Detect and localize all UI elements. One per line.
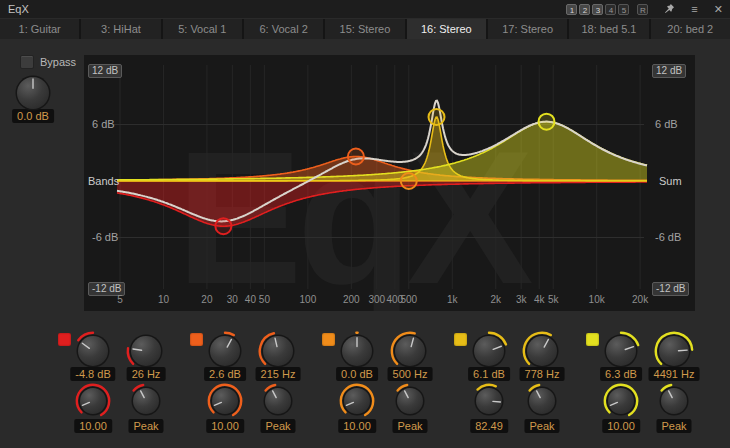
band-3-type-knob[interactable]	[391, 382, 429, 420]
eq-curves-svg: EqX	[84, 55, 695, 311]
left-db-label--6dB: -6 dB	[92, 231, 118, 244]
freq-tick-100: 100	[291, 294, 325, 305]
left-db-label-12dB[interactable]: 12 dB	[88, 64, 122, 78]
tab-1-guitar[interactable]: 1: Guitar	[0, 19, 79, 39]
band-2-freq-value[interactable]: 215 Hz	[256, 367, 301, 381]
band-4-controls: 6.1 dB778 Hz82.49Peak	[454, 330, 580, 436]
band-5-controls: 6.3 dB4491 Hz10.00Peak	[586, 330, 712, 436]
band-4-q-value[interactable]: 82.49	[470, 419, 508, 433]
memory-button-4[interactable]: 4	[605, 4, 616, 15]
left-db-label-Bands: Bands	[88, 175, 119, 188]
channel-tab-bar: 1: Guitar3: HiHat5: Vocal 16: Vocal 215:…	[0, 19, 730, 39]
band-5-freq-value[interactable]: 4491 Hz	[649, 367, 700, 381]
band-5-gain-knob[interactable]	[600, 330, 642, 372]
tab-17-stereo[interactable]: 17: Stereo	[488, 19, 567, 39]
band-3-type-value[interactable]: Peak	[392, 419, 427, 433]
band-5-color-swatch[interactable]	[586, 333, 599, 346]
band-5-q-value[interactable]: 10.00	[602, 419, 640, 433]
freq-tick-20k: 20k	[623, 294, 657, 305]
band-3-freq-value[interactable]: 500 Hz	[388, 367, 433, 381]
bypass-label: Bypass	[40, 56, 76, 68]
band-2-q-value[interactable]: 10.00	[206, 419, 244, 433]
freq-tick-10k: 10k	[580, 294, 614, 305]
band-3-q-value[interactable]: 10.00	[338, 419, 376, 433]
band-2-type-knob[interactable]	[259, 382, 297, 420]
pin-icon[interactable]	[664, 3, 675, 16]
right-db-label--6dB: -6 dB	[655, 231, 681, 244]
titlebar: EqX 12345 R ≡ ✕	[0, 0, 730, 18]
close-icon[interactable]: ✕	[714, 4, 723, 15]
tab-16-stereo[interactable]: 16: Stereo	[407, 19, 486, 39]
band-5-type-knob[interactable]	[655, 382, 693, 420]
band-2-freq-knob[interactable]	[257, 330, 299, 372]
tab-18-bed-5-1[interactable]: 18: bed 5.1	[569, 19, 648, 39]
memory-button-1[interactable]: 1	[566, 4, 577, 15]
window-title: EqX	[8, 3, 29, 15]
band-2-gain-value[interactable]: 2.6 dB	[204, 367, 246, 381]
band-3-freq-knob[interactable]	[389, 330, 431, 372]
band-1-type-knob[interactable]	[127, 382, 165, 420]
memory-button-2[interactable]: 2	[579, 4, 590, 15]
memory-button-5[interactable]: 5	[618, 4, 629, 15]
band-5-q-knob[interactable]	[602, 382, 640, 420]
tab-6-vocal-2[interactable]: 6: Vocal 2	[244, 19, 323, 39]
band-1-freq-knob[interactable]	[125, 330, 167, 372]
band-2-gain-knob[interactable]	[204, 330, 246, 372]
band-5-handle[interactable]	[539, 114, 555, 130]
band-4-gain-value[interactable]: 6.1 dB	[468, 367, 510, 381]
band-2-controls: 2.6 dB215 Hz10.00Peak	[190, 330, 316, 436]
right-db-label--12dB[interactable]: -12 dB	[652, 282, 689, 296]
bypass-checkbox[interactable]	[20, 55, 34, 69]
menu-icon[interactable]: ≡	[691, 4, 697, 15]
band-4-type-value[interactable]: Peak	[524, 419, 559, 433]
band-5-type-value[interactable]: Peak	[656, 419, 691, 433]
band-2-type-value[interactable]: Peak	[260, 419, 295, 433]
right-db-label-12dB[interactable]: 12 dB	[652, 64, 686, 78]
freq-tick-1k: 1k	[435, 294, 469, 305]
memory-slot-buttons: 12345	[564, 4, 629, 15]
band-1-gain-value[interactable]: -4.8 dB	[70, 367, 115, 381]
freq-tick-5: 5	[103, 294, 137, 305]
eqx-plugin-window: EqX 12345 R ≡ ✕ 1: Guitar3: HiHat5: Voca…	[0, 0, 730, 448]
band-1-freq-value[interactable]: 26 Hz	[127, 367, 166, 381]
band-4-gain-knob[interactable]	[468, 330, 510, 372]
band-1-q-value[interactable]: 10.00	[74, 419, 112, 433]
band-4-freq-knob[interactable]	[521, 330, 563, 372]
band-1-handle[interactable]	[215, 218, 231, 234]
freq-tick-10: 10	[146, 294, 180, 305]
band-3-gain-knob[interactable]	[336, 330, 378, 372]
band-5-freq-knob[interactable]	[653, 330, 695, 372]
right-db-label-Sum: Sum	[659, 175, 682, 188]
tab-3-hihat[interactable]: 3: HiHat	[81, 19, 160, 39]
band-3-gain-value[interactable]: 0.0 dB	[336, 367, 378, 381]
band-1-color-swatch[interactable]	[58, 333, 71, 346]
band-4-q-knob[interactable]	[470, 382, 508, 420]
memory-button-3[interactable]: 3	[592, 4, 603, 15]
freq-tick-50: 50	[247, 294, 281, 305]
band-4-type-knob[interactable]	[523, 382, 561, 420]
band-2-q-knob[interactable]	[206, 382, 244, 420]
band-1-type-value[interactable]: Peak	[128, 419, 163, 433]
tab-5-vocal-1[interactable]: 5: Vocal 1	[163, 19, 242, 39]
eq-graph-panel: EqX12 dB6 dBBands-6 dB-12 dB12 dB6 dBSum…	[84, 55, 695, 311]
freq-tick-500: 500	[392, 294, 426, 305]
band-4-freq-value[interactable]: 778 Hz	[520, 367, 565, 381]
bypass-control: Bypass	[20, 55, 76, 69]
tab-15-stereo[interactable]: 15: Stereo	[325, 19, 404, 39]
band-4-handle[interactable]	[429, 109, 445, 125]
band-3-q-knob[interactable]	[338, 382, 376, 420]
band-2-handle[interactable]	[348, 149, 364, 165]
band-1-gain-knob[interactable]	[72, 330, 114, 372]
band-3-handle[interactable]	[401, 173, 417, 189]
reset-button[interactable]: R	[637, 4, 648, 15]
tab-20-bed-2[interactable]: 20: bed 2	[651, 19, 730, 39]
right-db-label-6dB: 6 dB	[655, 118, 678, 131]
band-4-color-swatch[interactable]	[454, 333, 467, 346]
band-2-color-swatch[interactable]	[190, 333, 203, 346]
band-5-freq-knob-pointer	[678, 350, 687, 351]
output-gain-knob[interactable]	[11, 71, 55, 115]
freq-tick-5k: 5k	[536, 294, 570, 305]
band-3-color-swatch[interactable]	[322, 333, 335, 346]
band-5-gain-value[interactable]: 6.3 dB	[600, 367, 642, 381]
band-1-q-knob[interactable]	[74, 382, 112, 420]
